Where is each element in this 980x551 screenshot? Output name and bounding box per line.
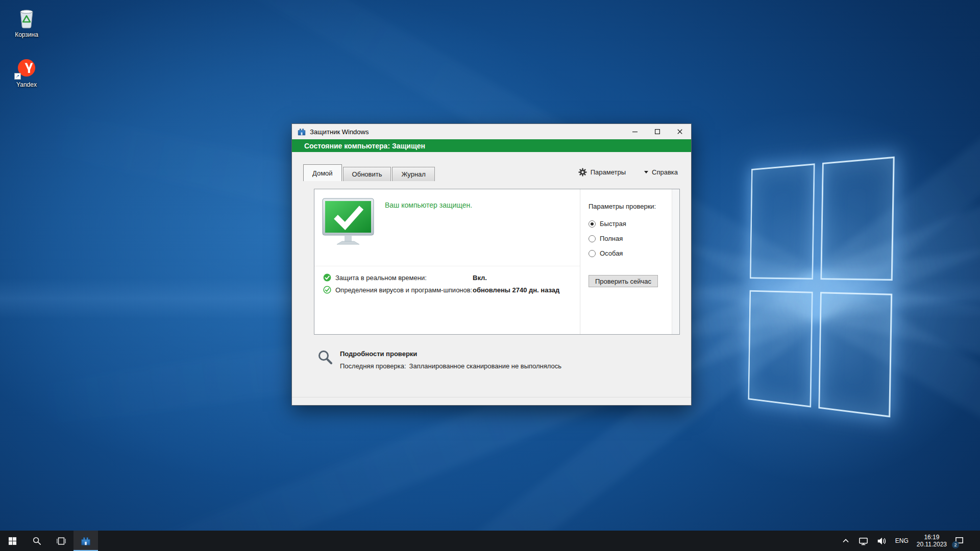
action-center-icon[interactable]: 2: [953, 531, 965, 551]
scan-options-panel: Параметры проверки: Быстрая Полная Особа…: [580, 189, 672, 334]
radio-label: Быстрая: [600, 220, 626, 228]
protection-status-banner: Состояние компьютера: Защищен: [292, 139, 691, 152]
recycle-bin-icon: [15, 6, 38, 30]
chevron-down-icon: [644, 171, 648, 173]
last-scan-value: Запланированное сканирование не выполнял…: [409, 362, 561, 370]
gear-icon: [578, 168, 587, 177]
status-row-definitions: Определения вирусов и программ-шпионов: …: [314, 284, 580, 296]
task-view-button[interactable]: [49, 531, 74, 551]
scan-now-button[interactable]: Проверить сейчас: [589, 275, 658, 287]
minimize-button[interactable]: [624, 124, 646, 139]
clock-date: 20.11.2023: [917, 541, 947, 548]
defender-app-icon: [297, 127, 306, 136]
maximize-button[interactable]: [646, 124, 669, 139]
magnifier-icon: [317, 349, 333, 365]
status-row-label: Защита в реальном времени:: [335, 274, 473, 282]
status-section: Ваш компьютер защищен. Защита в реальном…: [314, 189, 580, 334]
shortcut-arrow-icon: ↗: [14, 73, 21, 80]
windows-logo-pane: [820, 157, 895, 281]
status-row-value: обновлены 2740 дн. назад: [473, 286, 559, 294]
search-button[interactable]: [24, 531, 49, 551]
yandex-browser-icon: ↗: [15, 56, 38, 80]
scan-details-section: Подробности проверки Последняя проверка:…: [317, 347, 561, 370]
yandex-label: Yandex: [16, 81, 37, 88]
radio-custom-scan[interactable]: Особая: [589, 249, 672, 257]
settings-menu-label: Параметры: [591, 168, 626, 176]
taskbar-clock[interactable]: 16:19 20.11.2023: [917, 534, 947, 548]
window-menu: Параметры Справка: [578, 168, 678, 177]
network-icon[interactable]: [858, 531, 869, 551]
hidden-icons-chevron[interactable]: [840, 531, 851, 551]
windows-logo-pane: [750, 163, 815, 280]
last-scan-label: Последняя проверка:: [340, 362, 406, 370]
check-ring-icon: [323, 286, 331, 294]
start-button[interactable]: [0, 531, 24, 551]
radio-circle: [589, 235, 596, 242]
tab-history[interactable]: Журнал: [392, 167, 434, 181]
desktop-icon-recycle-bin[interactable]: Корзина: [4, 6, 49, 38]
notification-badge: 2: [952, 541, 959, 548]
protected-message: Ваш компьютер защищен.: [385, 201, 472, 209]
system-tray: ENG 16:19 20.11.2023 2: [840, 531, 980, 551]
radio-label: Полная: [600, 235, 623, 242]
clock-time: 16:19: [917, 534, 947, 541]
radio-label: Особая: [600, 249, 623, 257]
taskbar-defender-button[interactable]: [74, 531, 98, 551]
windows-logo-pane: [818, 292, 892, 417]
windows-logo-pane: [748, 290, 813, 408]
status-rows: Защита в реальном времени: Вкл. Определе…: [314, 266, 580, 296]
vertical-scrollbar[interactable]: [672, 189, 679, 334]
radio-circle: [589, 250, 596, 257]
check-circle-icon: [323, 273, 331, 282]
main-content-panel: Ваш компьютер защищен. Защита в реальном…: [314, 189, 680, 335]
protected-monitor-icon: [322, 197, 375, 251]
help-menu-button[interactable]: Справка: [644, 168, 678, 176]
window-title: Защитник Windows: [310, 128, 369, 136]
taskbar: ENG 16:19 20.11.2023 2: [0, 531, 980, 551]
settings-menu-button[interactable]: Параметры: [578, 168, 626, 177]
radio-quick-scan[interactable]: Быстрая: [589, 220, 672, 228]
radio-full-scan[interactable]: Полная: [589, 235, 672, 242]
status-row-label: Определения вирусов и программ-шпионов:: [335, 286, 473, 294]
window-footer-strip: [292, 397, 691, 405]
recycle-bin-label: Корзина: [15, 31, 38, 38]
status-row-realtime: Защита в реальном времени: Вкл.: [314, 271, 580, 284]
tab-update[interactable]: Обновить: [343, 167, 391, 181]
help-menu-label: Справка: [652, 168, 678, 176]
status-row-value: Вкл.: [473, 274, 487, 282]
tab-home[interactable]: Домой: [303, 164, 342, 181]
scan-details-title: Подробности проверки: [340, 350, 561, 358]
scan-options-group: Быстрая Полная Особая: [589, 220, 672, 257]
scan-options-title: Параметры проверки:: [589, 203, 672, 210]
title-bar[interactable]: Защитник Windows: [292, 124, 691, 139]
defender-window: Защитник Windows Состояние компьютера: З…: [291, 123, 692, 406]
volume-icon[interactable]: [876, 531, 887, 551]
language-indicator[interactable]: ENG: [894, 537, 910, 544]
close-button[interactable]: [669, 124, 691, 139]
desktop-icon-yandex[interactable]: ↗ Yandex: [4, 56, 49, 88]
radio-circle: [589, 220, 596, 228]
windows-logo-graphic: [748, 157, 894, 418]
